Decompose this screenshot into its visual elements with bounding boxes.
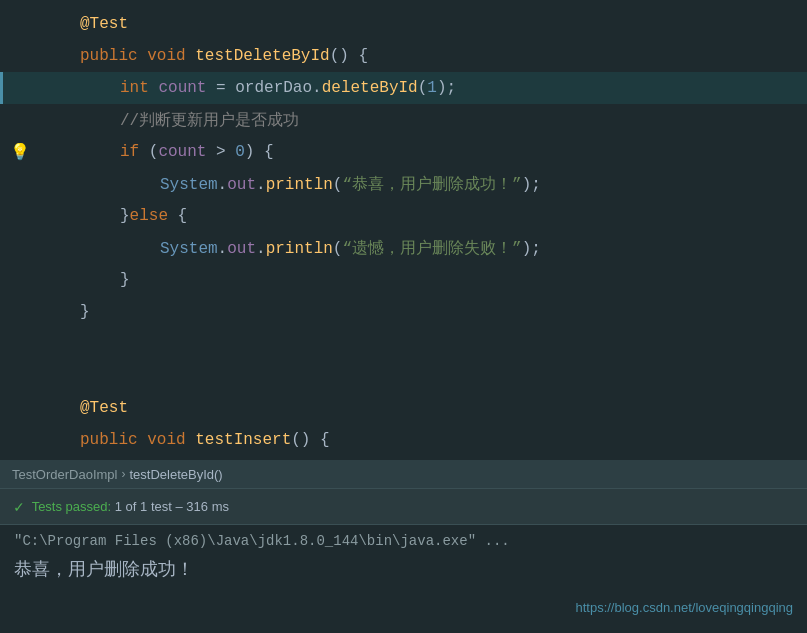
console-command: "C:\Program Files (x86)\Java\jdk1.8.0_14… xyxy=(14,533,793,549)
console-link[interactable]: https://blog.csdn.net/loveqingqingqing xyxy=(575,600,793,615)
console-area: "C:\Program Files (x86)\Java\jdk1.8.0_14… xyxy=(0,524,807,633)
console-output: 恭喜，用户删除成功！ xyxy=(14,557,793,581)
test-result-text: Tests passed: 1 of 1 test – 316 ms xyxy=(32,499,229,514)
breadcrumb-method: testDeleteById() xyxy=(129,467,222,482)
breadcrumb-bar: TestOrderDaoImpl › testDeleteById() xyxy=(0,460,807,488)
breadcrumb-class: TestOrderDaoImpl xyxy=(12,467,117,482)
code-line: 💡if (count > 0) { xyxy=(0,136,807,168)
bulb-icon: 💡 xyxy=(10,142,30,162)
test-time: 316 ms xyxy=(186,499,229,514)
test-result-bar: ✓ Tests passed: 1 of 1 test – 316 ms xyxy=(0,488,807,524)
code-line: System.out.println(“遗憾，用户删除失败！”); xyxy=(0,232,807,264)
code-line xyxy=(0,360,807,392)
code-line: public void testInsert() { xyxy=(0,424,807,456)
breadcrumb-separator: › xyxy=(121,467,125,481)
code-line xyxy=(0,328,807,360)
test-status: Tests passed: xyxy=(32,499,112,514)
code-line: int count = orderDao.deleteById(1); xyxy=(0,72,807,104)
code-line: @Test xyxy=(0,392,807,424)
code-editor: @Testpublic void testDeleteById() {int c… xyxy=(0,0,807,460)
code-line: } xyxy=(0,296,807,328)
code-line: System.out.println(“恭喜，用户删除成功！”); xyxy=(0,168,807,200)
test-count: 1 of 1 test xyxy=(115,499,172,514)
code-line: } xyxy=(0,264,807,296)
code-line: @Test xyxy=(0,8,807,40)
code-line: //判断更新用户是否成功 xyxy=(0,104,807,136)
code-line: }else { xyxy=(0,200,807,232)
code-line: public void testDeleteById() { xyxy=(0,40,807,72)
test-sep: – xyxy=(175,499,182,514)
check-icon: ✓ xyxy=(14,497,24,517)
